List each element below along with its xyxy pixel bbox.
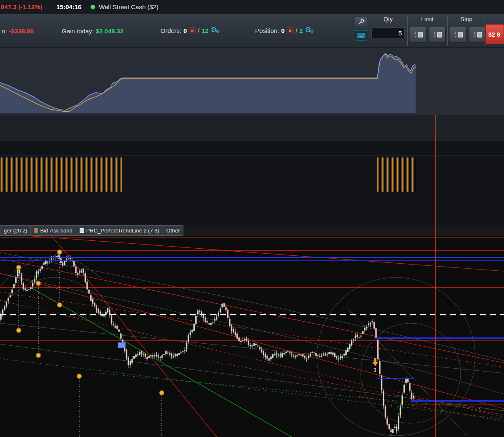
keyboard-icon: ⌨ — [356, 32, 366, 39]
legend-other[interactable]: Other — [163, 225, 184, 236]
stop-buy-button[interactable]: ▲▼ — [469, 27, 486, 42]
gain-value: -$338.80 — [9, 27, 34, 34]
sell-market-button[interactable]: 32 8 — [485, 24, 504, 44]
strip-upper-band — [0, 115, 504, 141]
gain-stat: n: -$338.80 — [2, 27, 34, 34]
volume-stripe-group — [377, 157, 416, 192]
order-ticket-edit-icon — [437, 32, 442, 37]
clock: 15:04:16 — [56, 3, 81, 10]
position-separator: / — [296, 27, 297, 34]
gain-label: n: — [2, 27, 7, 34]
order-entry-panel: ⌨ Qty Limit ▲▼ ▲▼ Stop ▲▼ ▲▼ — [352, 14, 504, 47]
limit-sell-button[interactable]: ▲▼ — [410, 27, 426, 42]
arrow-down-icon: ▼ — [454, 35, 458, 38]
arrow-down-icon: ▼ — [433, 35, 437, 38]
legend-perfect-trendline[interactable]: PRC_PerfectTrendLine 2 (7 3) — [76, 225, 163, 236]
stop-header: Stop — [449, 16, 484, 22]
orders-settings-gear-icon[interactable]: ⚙⚙ — [211, 26, 221, 35]
bid-ask-icon — [34, 228, 38, 233]
orders-stat: Orders: 0 ✖ / 12 ⚙⚙ — [160, 26, 221, 35]
trading-platform-window: 847.3 (-1.12%) 15:04:16 Wall Street Cash… — [0, 0, 504, 437]
legend-bollinger[interactable]: ger (20 2) — [0, 225, 31, 236]
position-label: Position: — [255, 27, 279, 34]
drawing-tool-button[interactable] — [355, 17, 367, 27]
order-ticket-icon — [418, 32, 423, 37]
candlestick-chart: 3 — [0, 236, 504, 437]
legend-label: Other — [166, 227, 180, 234]
legend-label: ger (20 2) — [4, 227, 27, 234]
orders-separator: / — [198, 27, 199, 34]
position-stat: Position: 0 ✖ / 2 ⚙⚙ — [255, 26, 316, 35]
arrow-down-icon: ▼ — [414, 35, 418, 38]
cancel-orders-icon[interactable]: ✖ — [189, 27, 196, 34]
orders-label: Orders: — [160, 27, 181, 34]
order-ticket-edit-icon — [477, 32, 482, 37]
indicator-legend: ger (20 2) Bid-Ask band PRC_PerfectTrend… — [0, 225, 504, 236]
legend-label: PRC_PerfectTrendLine 2 (7 3) — [86, 227, 159, 234]
position-settings-gear-icon[interactable]: ⚙⚙ — [305, 26, 316, 35]
svg-text:3: 3 — [374, 367, 376, 373]
orders-count: 0 — [183, 27, 187, 34]
close-position-icon[interactable]: ✖ — [287, 27, 293, 34]
strip-baseline — [0, 155, 504, 155]
title-bar: 847.3 (-1.12%) 15:04:16 Wall Street Cash… — [0, 0, 504, 14]
position-count: 0 — [281, 27, 285, 34]
qty-input[interactable] — [371, 27, 405, 38]
equity-curve-panel[interactable] — [0, 47, 504, 115]
instrument-name: Wall Street Cash ($2) — [99, 3, 158, 10]
arrow-down-icon: ▼ — [473, 35, 477, 38]
instrument-price-change: 847.3 (-1.12%) — [1, 3, 42, 10]
keyboard-button[interactable]: ⌨ — [355, 30, 367, 40]
volume-stripe-group — [0, 157, 122, 192]
orders-total: 12 — [202, 27, 209, 34]
limit-header: Limit — [409, 16, 446, 22]
equity-curve-chart — [0, 47, 504, 115]
stats-bar: n: -$338.80 Gain today: $2 048.32 Orders… — [0, 14, 504, 47]
limit-buy-button[interactable]: ▲▼ — [429, 27, 446, 42]
gain-today-stat: Gain today: $2 048.32 — [62, 27, 123, 34]
qty-header: Qty — [371, 16, 405, 22]
signal-strip-panel[interactable] — [0, 115, 504, 225]
legend-bid-ask-band[interactable]: Bid-Ask band — [31, 225, 76, 236]
position-total: 2 — [299, 27, 303, 34]
legend-label: Bid-Ask band — [40, 227, 72, 234]
sell-price: 32 8 — [488, 31, 500, 38]
wrench-icon — [358, 19, 364, 25]
indicator-swatch-icon — [80, 228, 84, 233]
gain-today-label: Gain today: — [62, 27, 94, 34]
connection-status-icon — [90, 5, 95, 10]
price-chart-panel[interactable]: 3 — [0, 236, 504, 437]
order-ticket-icon — [458, 32, 463, 37]
gain-today-value: $2 048.32 — [96, 27, 124, 34]
stop-sell-button[interactable]: ▲▼ — [450, 27, 466, 42]
